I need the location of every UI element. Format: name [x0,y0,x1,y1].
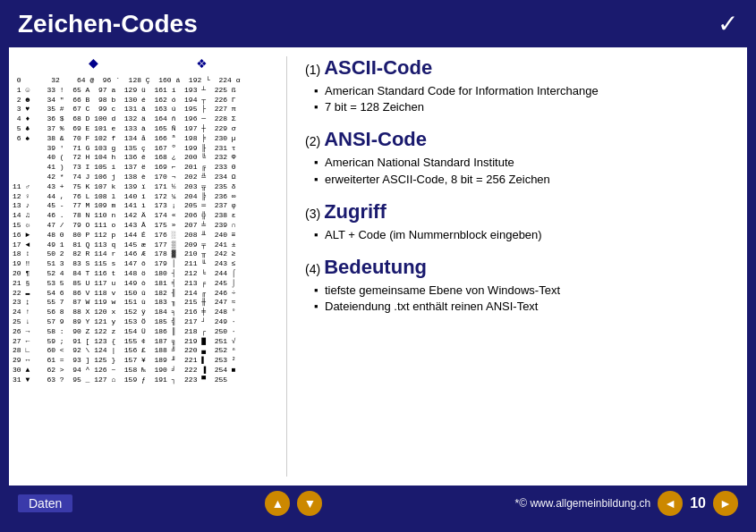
info-heading-4: Bedeutung [324,256,427,278]
info-block-2: (2)ANSI-CodeAmerican National Standard I… [305,128,729,187]
info-item-4-2: Dateiendung .txt enthält reinen ANSI-Tex… [314,299,729,315]
info-block-3: (3)ZugriffALT + Code (im Nummernblock ei… [305,200,729,243]
info-item-2-2: erweiterter ASCII-Code, 8 bit = 256 Zeic… [314,172,729,188]
diamond-icon-1: ◆ [89,53,98,72]
footer-copyright: *© www.allgemeinbildung.ch [515,497,651,510]
info-heading-3: Zugriff [324,200,386,223]
footer-nav[interactable]: ▲ ▼ [265,491,322,516]
nav-down-button[interactable]: ▼ [297,491,322,516]
info-item-4-1: tiefste gemeinsame Ebene von Windows-Tex… [314,283,729,299]
page-prev-button[interactable]: ◄ [658,491,683,516]
header-checkmark: ✓ [718,9,738,38]
footer: Daten ▲ ▼ *© www.allgemeinbildung.ch ◄ 1… [0,486,756,521]
info-number-3: (3) [305,207,320,221]
nav-up-button[interactable]: ▲ [265,491,290,516]
info-number-2: (2) [305,134,320,148]
info-number-4: (4) [305,262,320,276]
info-heading-2: ANSI-Code [324,128,427,150]
info-block-4: (4)Bedeutungtiefste gemeinsame Ebene von… [305,256,729,315]
diamond-icon-2: ❖ [197,53,207,72]
page-number: 10 [690,495,706,511]
footer-label: Daten [18,494,72,512]
info-item-2-1: American National Standard Institute [314,155,729,171]
info-heading-1: ASCII-Code [324,56,432,79]
ascii-table: 0 32 64 @ 96 ` 128 Ç 160 á 192 └ 224 α 1… [13,76,283,385]
info-item-1-1: American Standard Code for Information I… [314,83,729,99]
info-item-3-1: ALT + Code (im Nummernblock eingeben) [314,227,729,243]
info-block-1: (1)ASCII-CodeAmerican Standard Code for … [305,56,729,115]
page-next-button[interactable]: ► [713,491,738,516]
footer-right: *© www.allgemeinbildung.ch ◄ 10 ► [515,491,738,516]
info-item-1-2: 7 bit = 128 Zeichen [314,99,729,115]
diamond-icons: ◆ ❖ [13,53,283,72]
info-section: (1)ASCII-CodeAmerican Standard Code for … [287,47,747,486]
header: Zeichen-Codes ✓ [0,0,756,47]
ascii-table-section: ◆ ❖ 0 32 64 @ 96 ` 128 Ç 160 á 192 └ 224… [9,47,286,486]
info-number-1: (1) [305,63,320,77]
header-title: Zeichen-Codes [18,10,198,38]
